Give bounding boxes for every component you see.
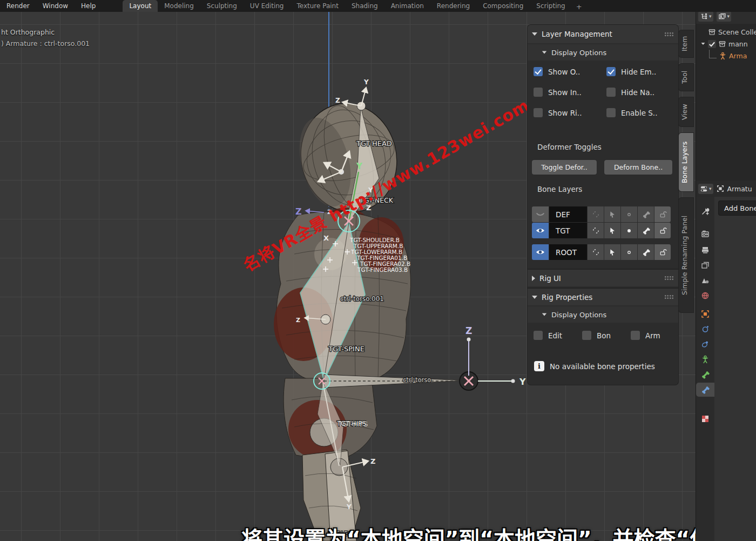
lock-open-icon[interactable] (654, 206, 671, 222)
select-cursor-icon[interactable] (604, 206, 620, 222)
tab-constraints[interactable] (696, 337, 714, 351)
checkbox-label: Show Ri.. (548, 109, 582, 117)
checkbox-box[interactable] (606, 88, 616, 97)
properties-editor: ▾ Armatu (696, 181, 756, 541)
bone-layer-name[interactable]: ROOT (549, 244, 587, 260)
refresh-icon[interactable] (588, 244, 604, 260)
refresh-icon[interactable] (588, 206, 604, 222)
workspace-tab-scripting[interactable]: Scripting (530, 0, 571, 12)
sidebar-tab-view[interactable]: View (679, 97, 693, 126)
radio-dot-icon[interactable] (621, 206, 637, 222)
checkbox-bon[interactable]: Bon (582, 331, 611, 340)
sidebar-tab-item[interactable]: Item (679, 30, 693, 57)
select-cursor-icon[interactable] (604, 223, 620, 238)
panel-header-rig-properties[interactable]: Rig Properties (528, 289, 678, 305)
deform-bone-icon[interactable] (638, 223, 654, 238)
sidebar-tab-bone-layers[interactable]: Bone Layers (679, 133, 693, 191)
refresh-icon[interactable] (588, 223, 604, 238)
panel-header-rig-ui[interactable]: Rig UI (528, 270, 678, 286)
checkbox-hide-names[interactable]: Hide Na.. (606, 88, 654, 97)
outliner-item-label: mann (728, 40, 748, 48)
radio-dot-icon[interactable] (621, 244, 637, 260)
checkbox-box[interactable] (631, 331, 640, 340)
tab-object-data[interactable] (696, 352, 714, 366)
checkbox-enable-sorting[interactable]: Enable S.. (606, 108, 657, 117)
outliner-filter-button[interactable]: ▾ (717, 11, 732, 22)
deform-bone-icon[interactable] (638, 244, 654, 260)
checkbox-box[interactable] (606, 108, 616, 117)
deform-bone-icon[interactable] (638, 206, 654, 222)
workspace-tab-texture-paint[interactable]: Texture Paint (290, 0, 345, 12)
tab-render[interactable] (696, 227, 714, 241)
blender-window: Render Window Help Layout Modeling Sculp… (0, 0, 756, 541)
panel-grip-icon[interactable] (664, 295, 674, 299)
outliner-item-armature[interactable]: Arma (696, 50, 756, 62)
checkbox-arm[interactable]: Arm (631, 331, 660, 340)
outliner-item-scene-collection[interactable]: Scene Collect (696, 26, 756, 38)
workspace-tab-modeling[interactable]: Modeling (158, 0, 200, 12)
workspace-tab-sculpting[interactable]: Sculpting (200, 0, 244, 12)
sidebar-tab-simple-renaming-panel[interactable]: Simple Renaming Panel (679, 198, 693, 312)
sidebar-tab-tool[interactable]: Tool (679, 64, 693, 91)
breadcrumb-label: Armatu (727, 185, 752, 193)
checkbox-label: Show In.. (548, 88, 582, 97)
checkbox-edit[interactable]: Edit (534, 331, 562, 340)
visibility-eye-icon[interactable] (532, 206, 549, 222)
workspace-tab-rendering[interactable]: Rendering (430, 0, 476, 12)
add-workspace-button[interactable]: + (572, 2, 586, 12)
editor-type-button[interactable]: ▾ (698, 184, 713, 194)
panel-title: Rig Properties (542, 293, 592, 302)
add-bone-constraint-button[interactable]: Add Bone (719, 201, 756, 215)
editor-type-button[interactable]: ▾ (698, 11, 713, 22)
outliner-item-mannequin[interactable]: mann (696, 38, 756, 50)
expand-triangle-icon[interactable] (701, 43, 705, 45)
bone-layer-name[interactable]: DEF (549, 206, 587, 222)
radio-dot-icon[interactable] (621, 223, 637, 238)
tab-view-layer[interactable] (696, 258, 714, 272)
checkbox-box[interactable] (582, 331, 591, 340)
workspace-tab-compositing[interactable]: Compositing (476, 0, 530, 12)
checkbox-show-inner[interactable]: Show In.. (534, 88, 582, 97)
label-ctrl-torso: ctrl-torso (403, 376, 431, 384)
visibility-eye-icon[interactable] (532, 244, 549, 260)
label-ctrl-torso-001: ctrl-torso.001 (340, 295, 384, 303)
checkbox-hide-empties[interactable]: Hide Em.. (606, 67, 656, 76)
workspace-tab-shading[interactable]: Shading (345, 0, 384, 12)
checkbox-box[interactable] (534, 331, 543, 340)
checkbox-box[interactable] (606, 67, 616, 76)
select-cursor-icon[interactable] (604, 244, 620, 260)
tab-output[interactable] (696, 243, 714, 257)
panel-header-layer-management[interactable]: Layer Management (528, 25, 678, 43)
lock-open-icon[interactable] (654, 223, 671, 238)
tab-scene[interactable] (696, 273, 714, 288)
tab-object[interactable] (696, 307, 714, 321)
workspace-tab-animation[interactable]: Animation (384, 0, 430, 12)
subpanel-header-display-options[interactable]: Display Options (528, 44, 678, 61)
tab-texture[interactable] (696, 412, 714, 426)
sidebar-tab-strip: Item Tool View Bone Layers Simple Renami… (679, 30, 696, 319)
workspace-tab-uv-editing[interactable]: UV Editing (244, 0, 291, 12)
visibility-eye-icon[interactable] (532, 223, 549, 238)
menu-help[interactable]: Help (75, 1, 102, 11)
panel-grip-icon[interactable] (664, 276, 674, 280)
tab-tool[interactable] (696, 204, 714, 218)
bone-layer-name[interactable]: TGT (549, 223, 587, 238)
lock-open-icon[interactable] (654, 244, 671, 260)
checkbox-show-officers[interactable]: Show O.. (534, 67, 580, 76)
tab-world[interactable] (696, 289, 714, 303)
tab-bone-constraint[interactable] (696, 383, 714, 397)
deform-bones-button[interactable]: Deform Bone.. (604, 160, 672, 175)
checkbox-box[interactable] (534, 67, 543, 76)
toggle-deformer-button[interactable]: Toggle Defor.. (532, 160, 597, 175)
workspace-tab-layout[interactable]: Layout (123, 0, 158, 12)
checkbox-box[interactable] (534, 88, 543, 97)
menu-window[interactable]: Window (36, 1, 75, 11)
checkbox-box[interactable] (534, 108, 543, 117)
checkbox-show-rig[interactable]: Show Ri.. (534, 108, 582, 117)
tab-bone[interactable] (696, 368, 714, 382)
subpanel-header-display-options-rig[interactable]: Display Options (528, 306, 678, 323)
label-tgt-spine: TGT-SPINE (328, 345, 364, 353)
menu-render[interactable]: Render (0, 1, 36, 11)
tab-physics[interactable] (696, 322, 714, 336)
panel-grip-icon[interactable] (664, 32, 674, 37)
